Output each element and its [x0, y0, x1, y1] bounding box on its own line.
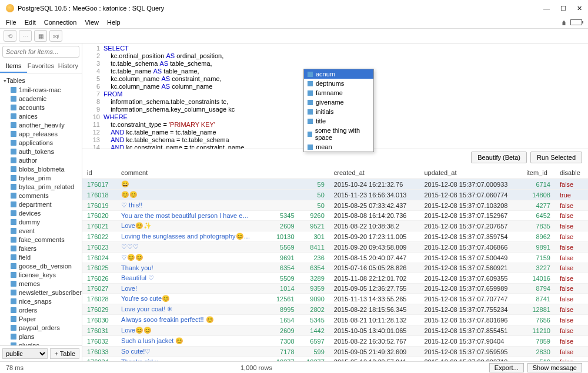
- table-row[interactable]: 176027Love!101493592015-09-05 12:36:27.7…: [82, 284, 588, 294]
- table-devices[interactable]: devices: [0, 209, 82, 217]
- table-license_keys[interactable]: license_keys: [0, 270, 82, 279]
- table-blobs_blobmeta[interactable]: blobs_blobmeta: [0, 164, 82, 173]
- col-created_at[interactable]: created_at: [329, 167, 420, 179]
- sql-editor[interactable]: 123456789101112131415161718 SELECT kc.or…: [82, 43, 588, 149]
- menu-view[interactable]: View: [85, 19, 99, 26]
- table-row[interactable]: 176032Such a lush jacket 😊730865972015-0…: [82, 336, 588, 347]
- ac-item[interactable]: title: [304, 116, 373, 126]
- table-accounts[interactable]: accounts: [0, 103, 82, 112]
- table-row[interactable]: 176024♡😊😊96912362015-08-15 20:40:07.4472…: [82, 253, 588, 263]
- table-orders[interactable]: orders: [0, 305, 82, 314]
- show-message-button[interactable]: Show message: [527, 363, 582, 372]
- ac-item[interactable]: famname: [304, 88, 373, 98]
- tab-favorites[interactable]: Favorites: [27, 60, 54, 73]
- table-row[interactable]: 176025Thank you!635463542015-07-16 05:05…: [82, 263, 588, 273]
- table-icon: [11, 122, 16, 128]
- ac-item[interactable]: acnum: [304, 69, 373, 79]
- table-nice_snaps[interactable]: nice_snaps: [0, 297, 82, 305]
- table-Paper[interactable]: Paper: [0, 314, 82, 323]
- table-paypal_orders[interactable]: paypal_orders: [0, 323, 82, 332]
- table-row[interactable]: 176028You're so cute😊1256190902015-11-13…: [82, 294, 588, 304]
- col-updated_at[interactable]: updated_at: [419, 167, 522, 179]
- table-academic[interactable]: academic: [0, 94, 82, 103]
- tables-header[interactable]: Tables: [0, 76, 82, 85]
- toolbar-more[interactable]: ⋯: [19, 30, 32, 42]
- tab-items[interactable]: Items: [0, 60, 27, 73]
- table-bytea_prim_related[interactable]: bytea_prim_related: [0, 182, 82, 191]
- export-button[interactable]: Export...: [489, 363, 524, 372]
- run-selected-button[interactable]: Run Selected: [530, 152, 582, 163]
- ac-item[interactable]: mean: [304, 142, 373, 149]
- table-icon: [11, 131, 16, 137]
- table-applications[interactable]: applications: [0, 138, 82, 147]
- table-row[interactable]: 176021Love😊✨260995212015-08-22 10:38:38.…: [82, 221, 588, 231]
- table-icon: [11, 290, 16, 295]
- table-row[interactable]: 176033So cute!♡71785992015-09-05 21:49:3…: [82, 347, 588, 357]
- autocomplete-popup[interactable]: acnumdeptnumsfamnamegivenameinitialstitl…: [303, 69, 374, 149]
- ac-item[interactable]: deptnums: [304, 79, 373, 88]
- menu-help[interactable]: Help: [107, 19, 121, 26]
- table-another_heavily[interactable]: another_heavily: [0, 120, 82, 129]
- beautify-button[interactable]: Beautify (Beta): [471, 152, 527, 163]
- toolbar-sql[interactable]: sql: [49, 30, 62, 42]
- table-app_releases[interactable]: app_releases: [0, 129, 82, 138]
- table-goose_db_version[interactable]: goose_db_version: [0, 261, 82, 270]
- table-plans[interactable]: plans: [0, 332, 82, 341]
- table-author[interactable]: author: [0, 156, 82, 164]
- col-blank[interactable]: [269, 167, 299, 179]
- add-table-button[interactable]: + Table: [50, 348, 79, 359]
- search-input[interactable]: [2, 46, 79, 58]
- table-comments[interactable]: comments: [0, 191, 82, 200]
- table-row[interactable]: 176018😊😊502015-11-23 16:56:34.0132015-12…: [82, 190, 588, 200]
- col-blank[interactable]: [299, 167, 329, 179]
- menu-edit[interactable]: Edit: [25, 19, 36, 26]
- table-fakers[interactable]: fakers: [0, 244, 82, 253]
- column-icon: [308, 119, 313, 124]
- window-minimize[interactable]: —: [543, 5, 550, 12]
- table-icon: [11, 166, 16, 172]
- table-row[interactable]: 176017😀592015-10-24 16:21:32.762015-12-0…: [82, 179, 588, 190]
- table-bytea_prim[interactable]: bytea_prim: [0, 173, 82, 182]
- col-id[interactable]: id: [82, 167, 116, 179]
- col-item_id[interactable]: item_id: [522, 167, 555, 179]
- table-auth_tokens[interactable]: auth_tokens: [0, 147, 82, 156]
- table-icon: [11, 105, 16, 110]
- table-memes[interactable]: memes: [0, 279, 82, 288]
- tables-tree: Tables 1mil-rows-macacademicaccountsanic…: [0, 73, 82, 345]
- table-row[interactable]: 176020You are the most beautiful person …: [82, 211, 588, 221]
- table-department[interactable]: department: [0, 200, 82, 209]
- table-newsletter_subscribers[interactable]: newsletter_subscribers: [0, 288, 82, 297]
- table-row[interactable]: 176031Love😊😊260914422015-10-05 13:40:01.…: [82, 325, 588, 336]
- menu-file[interactable]: File: [6, 19, 16, 26]
- menu-connection[interactable]: Connection: [44, 19, 77, 26]
- table-dummy[interactable]: dummy: [0, 217, 82, 226]
- table-anices[interactable]: anices: [0, 112, 82, 120]
- table-field[interactable]: field: [0, 253, 82, 261]
- table-row[interactable]: 176019♡ this!!502015-08-25 07:33:42.4372…: [82, 200, 588, 211]
- tab-history[interactable]: History: [55, 60, 82, 73]
- table-row[interactable]: 176029Love your coat! ✳899528022015-08-2…: [82, 304, 588, 315]
- table-row[interactable]: 176026Beautiful ♡550932892015-11-08 22:1…: [82, 273, 588, 284]
- toolbar-grid[interactable]: ▦: [34, 30, 47, 42]
- table-icon: [11, 325, 16, 331]
- table-event[interactable]: event: [0, 226, 82, 235]
- table-row[interactable]: 176023♡♡♡556984112015-09-20 09:43:58.809…: [82, 242, 588, 253]
- table-1mil-rows-mac[interactable]: 1mil-rows-mac: [0, 85, 82, 94]
- col-disable[interactable]: disable: [555, 167, 588, 179]
- results-grid[interactable]: idcommentcreated_atupdated_atitem_iddisa…: [82, 167, 588, 361]
- table-row[interactable]: 176034Thanks girl x10277102772015-05-12 …: [82, 357, 588, 362]
- ac-item[interactable]: some thing with space: [304, 126, 373, 142]
- schema-select[interactable]: public: [2, 348, 48, 359]
- ac-item[interactable]: initials: [304, 107, 373, 116]
- col-comment[interactable]: comment: [116, 167, 269, 179]
- ac-item[interactable]: givename: [304, 98, 373, 107]
- table-plugins[interactable]: plugins: [0, 341, 82, 345]
- toolbar-refresh[interactable]: ⟲: [4, 30, 16, 42]
- table-row[interactable]: 176030Always sooo freakin perfect!! 😊165…: [82, 315, 588, 325]
- column-icon: [308, 72, 313, 77]
- window-maximize[interactable]: ☐: [560, 5, 566, 12]
- table-icon: [11, 157, 16, 163]
- window-close[interactable]: ✕: [577, 5, 582, 12]
- table-row[interactable]: 176022Loving the sunglasses and photogra…: [82, 231, 588, 242]
- table-fake_comments[interactable]: fake_comments: [0, 235, 82, 244]
